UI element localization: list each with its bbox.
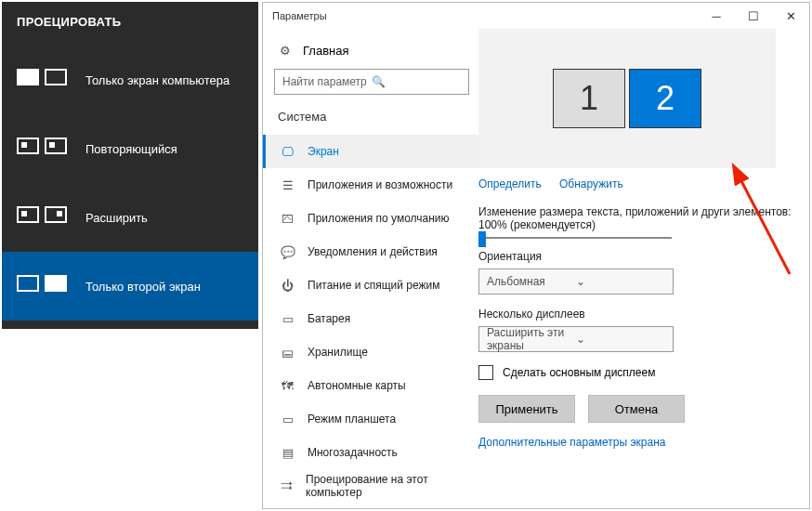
power-icon: ⏻	[281, 279, 295, 293]
extend-icon	[17, 203, 69, 232]
checkbox-box	[478, 365, 493, 380]
project-panel: ПРОЕЦИРОВАТЬ Только экран компьютера Пов…	[2, 2, 258, 329]
window-title: Параметры	[272, 10, 327, 21]
nav-label: Приложения и возможности	[308, 178, 452, 191]
default-apps-icon: ⮹	[281, 212, 295, 226]
scale-label: Изменение размера текста, приложений и д…	[478, 205, 800, 231]
maximize-button[interactable]: ☐	[735, 3, 772, 29]
tablet-icon: ▭	[281, 413, 295, 426]
nav-label: Проецирование на этот компьютер	[306, 473, 464, 499]
chevron-down-icon: ⌄	[576, 333, 665, 346]
nav-display[interactable]: 🖵Экран	[263, 135, 478, 168]
nav-label: Батарея	[308, 312, 350, 325]
orientation-label: Ориентация	[478, 250, 800, 263]
display-arrangement[interactable]: 1 2	[478, 29, 776, 168]
project-panel-title: ПРОЕЦИРОВАТЬ	[2, 2, 258, 46]
nav-label: Автономные карты	[308, 379, 406, 392]
maps-icon: 🗺	[281, 379, 295, 393]
nav-battery[interactable]: ▭Батарея	[263, 302, 478, 335]
duplicate-icon	[17, 134, 69, 164]
multiple-displays-label: Несколько дисплеев	[478, 308, 800, 321]
nav-label: Питание и спящий режим	[308, 279, 440, 292]
settings-main: 1 2 Определить Обнаружить Изменение разм…	[478, 29, 809, 508]
chevron-down-icon: ⌄	[576, 275, 665, 288]
home-button[interactable]: ⚙ Главная	[263, 38, 478, 69]
display-monitor-1[interactable]: 1	[553, 69, 625, 128]
display-monitor-2[interactable]: 2	[629, 69, 701, 128]
search-placeholder: Найти параметр	[282, 75, 372, 88]
nav-projecting[interactable]: ⮆Проецирование на этот компьютер	[263, 469, 478, 503]
checkbox-label: Сделать основным дисплеем	[503, 366, 655, 379]
search-input[interactable]: Найти параметр 🔍	[274, 69, 469, 95]
multiple-displays-select[interactable]: Расширить эти экраны ⌄	[478, 326, 674, 352]
orientation-select[interactable]: Альбомная ⌄	[478, 269, 674, 295]
nav-offline-maps[interactable]: 🗺Автономные карты	[263, 369, 478, 402]
display-icon: 🖵	[281, 145, 295, 159]
project-option-pc-only[interactable]: Только экран компьютера	[2, 46, 258, 114]
orientation-value: Альбомная	[487, 275, 576, 288]
scale-slider[interactable]	[478, 237, 800, 239]
nav-notifications[interactable]: 💬Уведомления и действия	[263, 235, 478, 269]
project-option-second-only[interactable]: Только второй экран	[2, 252, 258, 321]
make-main-checkbox[interactable]: Сделать основным дисплеем	[478, 365, 800, 380]
nav-label: Приложения по умолчанию	[308, 212, 450, 225]
titlebar: Параметры ─ ☐ ✕	[263, 3, 809, 29]
nav-multitasking[interactable]: ▤Многозадачность	[263, 436, 478, 469]
identify-link[interactable]: Определить	[478, 177, 542, 190]
nav-label: Режим планшета	[308, 413, 396, 426]
nav-label: Экран	[308, 145, 339, 158]
home-label: Главная	[303, 44, 348, 58]
nav-label: Хранилище	[308, 346, 368, 359]
project-option-duplicate[interactable]: Повторяющийся	[2, 114, 258, 183]
second-screen-only-icon	[17, 271, 69, 301]
multiple-displays-value: Расширить эти экраны	[487, 326, 576, 352]
project-option-extend[interactable]: Расширить	[2, 183, 258, 252]
project-icon: ⮆	[281, 479, 293, 493]
nav-default-apps[interactable]: ⮹Приложения по умолчанию	[263, 202, 478, 235]
nav-label: Уведомления и действия	[308, 245, 438, 258]
settings-window: Параметры ─ ☐ ✕ ⚙ Главная Найти параметр…	[262, 2, 810, 509]
cancel-button[interactable]: Отмена	[588, 395, 685, 423]
notifications-icon: 💬	[281, 245, 295, 259]
minimize-button[interactable]: ─	[698, 3, 735, 29]
pc-screen-only-icon	[17, 65, 69, 95]
search-icon: 🔍	[372, 75, 461, 88]
category-title: Система	[263, 104, 478, 135]
project-option-label: Расширить	[85, 211, 148, 225]
project-option-label: Только экран компьютера	[85, 73, 229, 87]
project-option-label: Только второй экран	[85, 280, 201, 294]
nav-tablet-mode[interactable]: ▭Режим планшета	[263, 402, 478, 436]
storage-icon: 🖴	[281, 346, 295, 360]
nav-storage[interactable]: 🖴Хранилище	[263, 335, 478, 369]
apps-icon: ☰	[281, 178, 295, 192]
battery-icon: ▭	[281, 312, 295, 326]
nav-label: Многозадачность	[308, 446, 398, 459]
close-button[interactable]: ✕	[772, 3, 809, 29]
apply-button[interactable]: Применить	[478, 395, 575, 423]
advanced-display-link[interactable]: Дополнительные параметры экрана	[478, 436, 800, 449]
gear-icon: ⚙	[278, 44, 292, 58]
display-links: Определить Обнаружить	[478, 177, 800, 202]
project-option-label: Повторяющийся	[85, 142, 177, 156]
nav-power-sleep[interactable]: ⏻Питание и спящий режим	[263, 269, 478, 302]
slider-thumb[interactable]	[478, 231, 486, 247]
multitask-icon: ▤	[281, 446, 295, 460]
nav-apps-features[interactable]: ☰Приложения и возможности	[263, 168, 478, 202]
detect-link[interactable]: Обнаружить	[559, 177, 623, 190]
settings-sidebar: ⚙ Главная Найти параметр 🔍 Система 🖵Экра…	[263, 29, 478, 508]
